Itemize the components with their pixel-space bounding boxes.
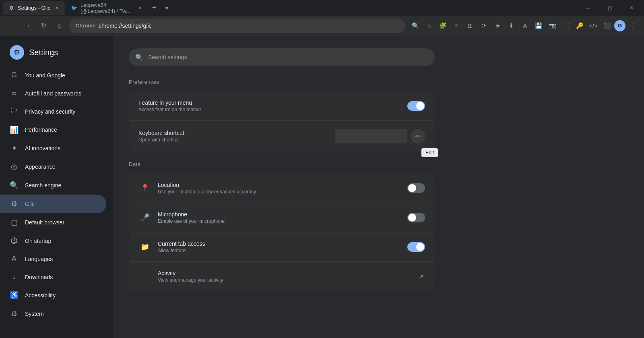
location-subtitle: Use your location to allow enhanced accu… xyxy=(158,189,407,195)
save-icon[interactable]: 💾 xyxy=(532,19,545,32)
edit-shortcut-button[interactable]: ✏ xyxy=(411,129,425,143)
toolbar-icons: 🔍 ☆ 🧩 ≡ ⊞ ⟳ ★ ⬇ A 💾 📷 ⋮⋮ 🔑 </> ⬛ G ⋮ xyxy=(409,19,639,32)
twitter-tab-favicon: 🐦 xyxy=(71,5,77,11)
sidebar-item-glic[interactable]: ⚙ Glic xyxy=(0,195,106,213)
sidebar-item-privacy[interactable]: 🛡 Privacy and security xyxy=(0,102,106,120)
settings-tab-favicon: ⚙ xyxy=(8,5,14,11)
grid-icon[interactable]: ⋮⋮ xyxy=(559,19,572,32)
back-button[interactable]: ← xyxy=(5,19,18,32)
search-container: 🔍 xyxy=(129,48,435,66)
sidebar-label-languages: Languages xyxy=(25,256,53,262)
keyboard-shortcut-title: Keyboard shortcut xyxy=(138,130,335,136)
appearance-icon: ◎ xyxy=(10,162,19,171)
menu-icon[interactable]: ⋮ xyxy=(626,19,639,32)
content-area: 🔍 Preferences Feature in your menu Acces… xyxy=(113,35,644,338)
twitter-tab-close[interactable]: ✕ xyxy=(138,5,142,11)
tabs-area: ⚙ Settings - Glic ✕ 🐦 Leopeva64 (@Leopev… xyxy=(3,1,579,15)
activity-title: Activity xyxy=(158,270,417,276)
profile-icon[interactable]: G xyxy=(614,20,625,31)
activity-row: Activity View and manage your activity ↗ xyxy=(129,262,435,291)
sidebar-item-performance[interactable]: 📊 Performance xyxy=(0,120,106,139)
sidebar-item-ai-innovations[interactable]: ✦ AI innovations xyxy=(0,139,106,158)
home-button[interactable]: ⌂ xyxy=(53,19,66,32)
current-tab-toggle[interactable] xyxy=(407,242,425,252)
sidebar-item-autofill[interactable]: ∞ Autofill and passwords xyxy=(0,84,106,102)
qr-code-icon[interactable]: ⬛ xyxy=(601,19,613,32)
activity-subtitle: View and manage your activity xyxy=(158,277,417,283)
sidebar-item-accessibility[interactable]: ♿ Accessibility xyxy=(0,286,106,305)
sidebar-label-on-startup: On startup xyxy=(25,238,51,244)
sidebar-item-you-and-google[interactable]: G You and Google xyxy=(0,66,106,84)
downloads-icon[interactable]: ⬇ xyxy=(505,19,518,32)
sidebar-item-appearance[interactable]: ◎ Appearance xyxy=(0,158,106,176)
bookmark-icon[interactable]: ☆ xyxy=(423,19,436,32)
keyboard-shortcut-row: Keyboard shortcut Open with shortcut ✏ E… xyxy=(129,121,435,151)
location-action xyxy=(407,183,425,193)
sidebar-label-accessibility: Accessibility xyxy=(25,292,56,299)
microphone-row: 🎤 Microphone Enable use of your micropho… xyxy=(129,203,435,232)
settings-tab-label: Settings - Glic xyxy=(18,5,50,11)
bookmark-manager-icon[interactable]: ★ xyxy=(491,19,504,32)
keyboard-shortcut-action: ✏ xyxy=(335,129,425,143)
feature-menu-subtitle: Access feature on the toolbar xyxy=(138,107,407,112)
feature-menu-action xyxy=(407,101,425,111)
extension-icon[interactable]: 🧩 xyxy=(436,19,449,32)
system-icon: ⚙ xyxy=(10,309,19,318)
tab-manager-icon[interactable]: ⊞ xyxy=(464,19,477,32)
sidebar-item-system[interactable]: ⚙ System xyxy=(0,305,106,323)
close-button[interactable]: ✕ xyxy=(622,2,641,15)
tab-settings[interactable]: ⚙ Settings - Glic ✕ xyxy=(3,1,65,15)
location-icon: 📍 xyxy=(138,182,151,195)
current-tab-subtitle: Allow feature xyxy=(158,248,407,253)
forward-button[interactable]: → xyxy=(21,19,34,32)
search-input[interactable] xyxy=(148,54,428,60)
minimize-button[interactable]: ─ xyxy=(579,2,597,15)
tab-twitter[interactable]: 🐦 Leopeva64 (@Leopeva64) / Tw... ✕ xyxy=(66,1,147,15)
location-toggle-knob xyxy=(408,184,416,192)
privacy-icon: 🛡 xyxy=(10,107,19,116)
window-controls: ─ ▢ ✕ xyxy=(579,2,641,15)
microphone-icon: 🎤 xyxy=(138,211,151,224)
current-tab-toggle-knob xyxy=(416,243,424,251)
reload-button[interactable]: ↻ xyxy=(37,19,50,32)
search-icon[interactable]: 🔍 xyxy=(409,19,422,32)
feature-menu-toggle[interactable] xyxy=(407,101,425,111)
password-icon[interactable]: 🔑 xyxy=(573,19,586,32)
external-link-icon[interactable]: ↗ xyxy=(417,272,425,280)
default-browser-icon: ▢ xyxy=(10,218,19,227)
url-bar[interactable]: Chrome chrome://settings/glic xyxy=(69,19,406,33)
sidebar-item-languages[interactable]: A Languages xyxy=(0,250,106,268)
url-text: chrome://settings/glic xyxy=(99,23,152,29)
downloads-icon: ↓ xyxy=(10,273,19,281)
current-tab-action xyxy=(407,242,425,252)
sidebar-label-performance: Performance xyxy=(25,126,57,133)
edit-tooltip: Edit xyxy=(421,148,438,157)
activity-action[interactable]: ↗ xyxy=(417,272,425,280)
screenshot-icon[interactable]: 📷 xyxy=(546,19,559,32)
devtools-icon[interactable]: </> xyxy=(587,19,600,32)
microphone-toggle-knob xyxy=(408,214,416,222)
sidebar-item-downloads[interactable]: ↓ Downloads xyxy=(0,268,106,286)
activity-text: Activity View and manage your activity xyxy=(158,270,417,283)
maximize-button[interactable]: ▢ xyxy=(601,2,619,15)
microphone-toggle[interactable] xyxy=(407,213,425,222)
current-tab-text: Current tab access Allow feature xyxy=(158,241,407,253)
settings-tab-close[interactable]: ✕ xyxy=(54,5,60,11)
keyboard-shortcut-input[interactable] xyxy=(335,129,407,143)
main-layout: ⚙ Settings G You and Google ∞ Autofill a… xyxy=(0,35,644,338)
feature-menu-row: Feature in your menu Access feature on t… xyxy=(129,91,435,121)
sidebar-item-search-engine[interactable]: 🔍 Search engine xyxy=(0,176,106,195)
translate-icon[interactable]: A xyxy=(518,19,531,32)
sidebar-item-on-startup[interactable]: ⏻ On startup xyxy=(0,232,106,250)
search-bar[interactable]: 🔍 xyxy=(129,48,435,66)
keyboard-shortcut-subtitle: Open with shortcut xyxy=(138,137,335,143)
sidebar-item-default-browser[interactable]: ▢ Default browser xyxy=(0,213,106,232)
new-tab-button[interactable]: + xyxy=(149,2,160,14)
microphone-title: Microphone xyxy=(158,211,407,218)
accessibility-icon: ♿ xyxy=(10,291,19,300)
reader-mode-icon[interactable]: ≡ xyxy=(450,19,463,32)
sidebar-label-glic: Glic xyxy=(25,201,35,207)
tab-list-button[interactable]: ▾ xyxy=(161,2,173,14)
location-toggle[interactable] xyxy=(407,183,425,193)
history-icon[interactable]: ⟳ xyxy=(477,19,490,32)
